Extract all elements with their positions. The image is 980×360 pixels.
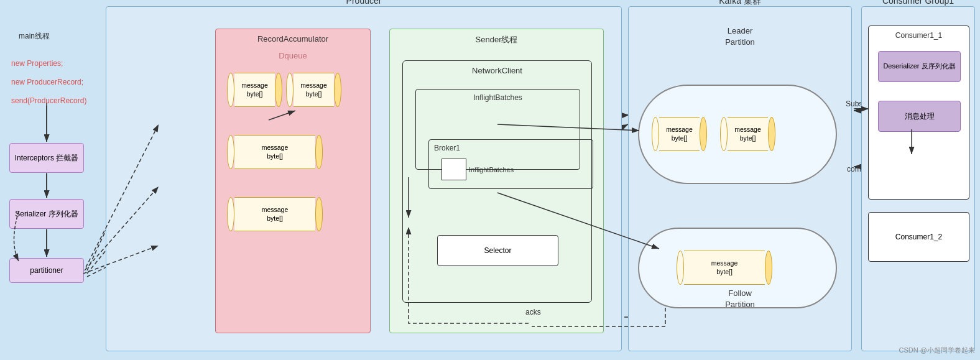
- networkclient-box: NetworkClient InflightBatches Broker1 In…: [402, 60, 592, 303]
- selector-label: Selector: [484, 246, 511, 255]
- broker2-cyl1: messagebyte[]: [677, 251, 772, 285]
- deserializer-box: Deserializer 反序列化器: [878, 51, 961, 82]
- send-label: send(ProducerRecord): [11, 96, 86, 105]
- record-acc-label: RecordAccumulator: [257, 34, 328, 44]
- broker1-cyl2: messagebyte[]: [720, 117, 775, 151]
- inflightreq-label: InflightBatches: [469, 166, 514, 173]
- producer-box: Producer RecordAccumulator Dqueue messag…: [106, 6, 622, 351]
- new-producer-record-label: new ProducerRecord;: [11, 78, 83, 86]
- deserializer-label: Deserializer 反序列化器: [883, 62, 955, 71]
- main-thread-label: main线程: [19, 31, 50, 42]
- cylinder-bot: messagebyte[]: [227, 197, 323, 231]
- inflightbatches-box: InflightBatches Broker1 InflightBatches: [415, 89, 580, 170]
- serializer-label: Serializer 序列化器: [15, 209, 78, 219]
- partitioner-label: partitioner: [30, 266, 63, 275]
- broker1-inner-label: Broker1: [434, 144, 460, 152]
- interceptors-box: Interceptors 拦截器: [9, 143, 84, 173]
- acks-label: acks: [525, 308, 541, 316]
- inflightbatches-label: InflightBatches: [473, 93, 522, 102]
- consumer-group-box: Consumer Group1 Consumer1_1 Deserializer…: [861, 6, 975, 351]
- broker1-cyl1: messagebyte[]: [652, 117, 707, 151]
- broker1-drum: messagebyte[] messagebyte[]: [638, 85, 837, 184]
- partitioner-box: partitioner: [9, 258, 84, 283]
- inflightreq-boxes: InflightBatches: [441, 159, 514, 180]
- cylinder-top: messagebyte[] messagebyte[]: [227, 73, 341, 107]
- selector-box: Selector: [437, 235, 558, 266]
- msg-process-box: 消息处理: [878, 101, 961, 132]
- consumer1-2-box: Consumer1_2: [868, 212, 969, 262]
- main-container: main线程 new Properties; new ProducerRecor…: [0, 0, 980, 360]
- new-properties-label: new Properties;: [11, 59, 63, 68]
- leader-partition-label: LeaderPartition: [725, 25, 755, 48]
- follow-partition-label: FollowPartition: [725, 288, 755, 310]
- watermark: CSDN @小超同学卷起来: [899, 346, 975, 355]
- kafka-label: Kafka 集群: [719, 0, 761, 7]
- sender-box: Sender线程 NetworkClient InflightBatches B…: [389, 29, 604, 333]
- dqueue-label: Dqueue: [279, 51, 307, 60]
- networkclient-label: NetworkClient: [472, 66, 522, 75]
- interceptors-label: Interceptors 拦截器: [15, 153, 79, 164]
- consumer-group-label: Consumer Group1: [882, 0, 954, 6]
- inflightreq-box1: [441, 159, 466, 180]
- sender-label: Sender线程: [476, 34, 518, 45]
- serializer-box: Serializer 序列化器: [9, 199, 84, 229]
- cylinder-mid: messagebyte[]: [227, 135, 323, 169]
- consumer1-1-box: Consumer1_1 Deserializer 反序列化器 消息处理: [868, 25, 969, 200]
- kafka-box: Kafka 集群 LeaderPartition Broker1 message…: [628, 6, 852, 351]
- record-acc-box: RecordAccumulator Dqueue messagebyte[] m…: [215, 29, 371, 333]
- msg-process-label: 消息处理: [905, 111, 935, 122]
- consumer1-1-label: Consumer1_1: [895, 31, 942, 40]
- consumer1-2-label: Consumer1_2: [895, 233, 942, 241]
- producer-label: Producer: [346, 0, 382, 6]
- broker1-inner-box: Broker1 InflightBatches: [428, 139, 593, 189]
